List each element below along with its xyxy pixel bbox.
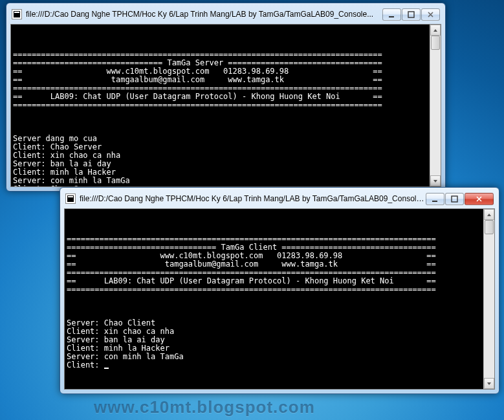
console-line: ========================================… [67, 234, 436, 243]
window-title: file:///D:/Cao Dang Nghe TPHCM/Hoc Ky 6/… [80, 194, 426, 203]
console-line: Server dang mo cua [13, 134, 97, 143]
console-line: == tamgaalbum@gmail.com www.tamga.tk == [67, 260, 436, 269]
console-line: Client: xin chao ca nha [67, 327, 174, 336]
console-line: Client: [67, 360, 104, 370]
console-line: Client: minh la Hacker [67, 344, 170, 353]
app-icon [65, 193, 76, 204]
scroll-track[interactable] [430, 36, 441, 175]
maximize-button[interactable] [445, 193, 464, 205]
svg-rect-5 [68, 196, 73, 197]
console-line: == tamgaalbum@gmail.com www.tamga.tk == [13, 75, 382, 84]
svg-rect-1 [14, 12, 19, 13]
scroll-thumb[interactable] [431, 36, 440, 50]
console-line: Client: Chao Server [13, 142, 102, 151]
console-window-server: file:///D:/Cao Dang Nghe TPHCM/Hoc Ky 6/… [6, 3, 446, 192]
scroll-thumb[interactable] [485, 220, 494, 234]
text-cursor [104, 368, 109, 369]
console-line: ========================================… [13, 50, 382, 59]
console-line: ========================================… [67, 285, 436, 294]
svg-rect-6 [432, 201, 437, 202]
app-icon [12, 9, 22, 19]
scroll-up-button[interactable] [430, 25, 441, 36]
window-title: file:///D:/Cao Dang Nghe TPHCM/Hoc Ky 6/… [26, 10, 382, 19]
watermark-text: www.c10mt.blogspot.com [94, 397, 315, 417]
console-line: Server: ban la ai day [67, 335, 165, 344]
scrollbar[interactable] [430, 25, 441, 186]
scroll-down-button[interactable] [484, 378, 494, 389]
close-button[interactable] [421, 8, 440, 21]
console-line: Client: xin chao ca nha [13, 151, 120, 160]
console-output: ========================================… [10, 24, 441, 187]
console-line: == www.c10mt.blogspot.com 01283.98.69.98… [67, 251, 436, 260]
console-line: ================================ TamGa S… [13, 58, 382, 67]
console-line: ========================================… [67, 268, 436, 277]
titlebar[interactable]: file:///D:/Cao Dang Nghe TPHCM/Hoc Ky 6/… [64, 192, 495, 206]
console-line: Server: con minh la TamGa [67, 352, 184, 361]
console-line: ========================================… [13, 83, 382, 93]
scroll-track[interactable] [484, 220, 494, 378]
console-line: == LAB09: Chat UDP (User Datagram Protoc… [13, 92, 382, 101]
minimize-button[interactable] [382, 8, 401, 21]
svg-rect-2 [389, 16, 394, 17]
minimize-button[interactable] [426, 193, 444, 205]
scrollbar[interactable] [483, 209, 494, 389]
console-line: ================================ TamGa C… [67, 243, 436, 252]
console-window-client: file:///D:/Cao Dang Nghe TPHCM/Hoc Ky 6/… [60, 187, 499, 394]
console-line: == LAB09: Chat UDP (User Datagram Protoc… [67, 276, 436, 285]
maximize-button[interactable] [402, 8, 421, 21]
titlebar[interactable]: file:///D:/Cao Dang Nghe TPHCM/Hoc Ky 6/… [10, 7, 441, 21]
console-line: Server: ban la ai day [13, 159, 111, 168]
console-line: ========================================… [13, 100, 382, 109]
scroll-down-button[interactable] [430, 175, 441, 186]
close-button[interactable] [465, 193, 494, 205]
scroll-up-button[interactable] [484, 209, 494, 220]
console-output: ========================================… [64, 208, 495, 390]
svg-rect-7 [452, 196, 457, 202]
svg-rect-3 [408, 12, 414, 17]
console-line: Client: minh la Hacker [13, 168, 116, 177]
console-line: Server: Chao Client [67, 318, 155, 327]
console-line: Server: con minh la TamGa [13, 176, 130, 185]
console-line: == www.c10mt.blogspot.com 01283.98.69.98… [13, 67, 382, 76]
